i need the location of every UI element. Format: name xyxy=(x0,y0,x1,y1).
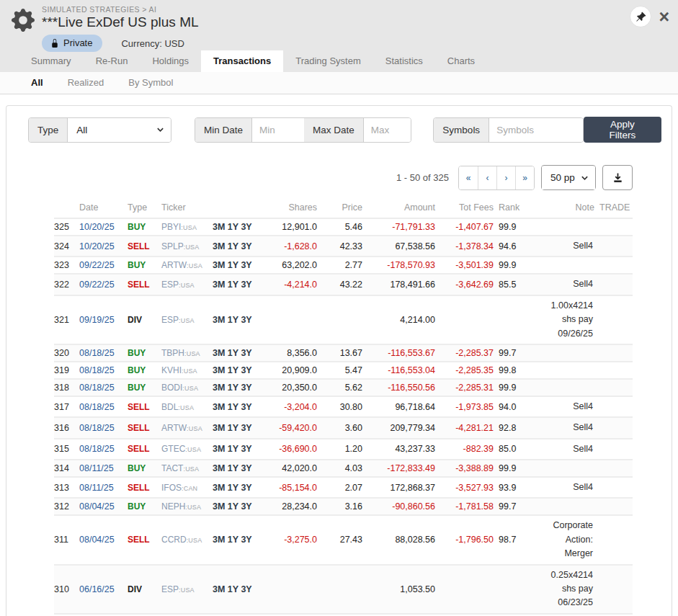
period-link-3m[interactable]: 3M xyxy=(213,260,225,270)
period-link-1y[interactable]: 1Y xyxy=(228,423,238,433)
period-link-3m[interactable]: 3M xyxy=(213,423,225,433)
period-link-1y[interactable]: 1Y xyxy=(228,383,238,393)
tab-re-run[interactable]: Re-Run xyxy=(84,50,140,72)
period-link-3m[interactable]: 3M xyxy=(213,365,225,375)
period-link-3m[interactable]: 3M xyxy=(213,483,225,493)
transaction-date-link[interactable]: 08/18/25 xyxy=(79,444,122,454)
period-link-1y[interactable]: 1Y xyxy=(228,483,238,493)
period-link-3m[interactable]: 3M xyxy=(213,241,225,251)
pin-button[interactable] xyxy=(630,6,651,27)
period-link-3y[interactable]: 3Y xyxy=(241,535,251,545)
period-link-1y[interactable]: 1Y xyxy=(228,260,238,270)
period-link-1y[interactable]: 1Y xyxy=(228,501,238,512)
period-link-3y[interactable]: 3Y xyxy=(241,402,251,412)
period-link-3y[interactable]: 3Y xyxy=(241,463,251,473)
fees-value: -2,285.31 xyxy=(440,383,494,393)
symbols-input[interactable] xyxy=(489,118,583,142)
subtab-all[interactable]: All xyxy=(19,72,55,94)
download-button[interactable] xyxy=(602,165,633,190)
tab-transactions[interactable]: Transactions xyxy=(201,50,283,72)
trade-cell xyxy=(599,540,633,540)
period-link-3m[interactable]: 3M xyxy=(213,463,225,473)
transaction-date-link[interactable]: 08/18/25 xyxy=(79,348,122,358)
period-link-3m[interactable]: 3M xyxy=(213,535,225,545)
period-link-3m[interactable]: 3M xyxy=(213,584,225,594)
apply-filters-button[interactable]: Apply Filters xyxy=(584,117,661,143)
period-link-1y[interactable]: 1Y xyxy=(228,402,238,412)
per-page-select[interactable]: 50 pp xyxy=(542,166,595,189)
period-link-3y[interactable]: 3Y xyxy=(241,280,251,290)
period-link-3y[interactable]: 3Y xyxy=(241,501,251,512)
period-link-1y[interactable]: 1Y xyxy=(228,584,238,594)
pin-icon xyxy=(635,12,646,22)
period-link-3m[interactable]: 3M xyxy=(213,383,225,393)
transaction-date-link[interactable]: 10/20/25 xyxy=(79,222,122,232)
period-link-3m[interactable]: 3M xyxy=(213,501,225,512)
first-page-button[interactable]: « xyxy=(459,166,478,189)
next-page-button[interactable]: › xyxy=(496,166,515,189)
transaction-date-link[interactable]: 08/04/25 xyxy=(79,535,122,545)
period-link-3m[interactable]: 3M xyxy=(213,315,225,325)
transaction-date-link[interactable]: 08/18/25 xyxy=(79,423,122,433)
period-link-1y[interactable]: 1Y xyxy=(228,348,238,358)
close-icon[interactable]: × xyxy=(659,7,669,26)
max-date-input[interactable] xyxy=(364,118,411,142)
period-link-3y[interactable]: 3Y xyxy=(241,365,251,375)
subtab-by-symbol[interactable]: By Symbol xyxy=(116,72,185,94)
tab-summary[interactable]: Summary xyxy=(19,50,84,72)
type-select[interactable]: All xyxy=(68,118,171,142)
last-page-button[interactable]: » xyxy=(515,166,534,189)
period-link-1y[interactable]: 1Y xyxy=(228,365,238,375)
transaction-date-link[interactable]: 06/16/25 xyxy=(79,584,122,594)
period-link-3y[interactable]: 3Y xyxy=(241,383,251,393)
transaction-row: 323 09/22/25 BUY ARTW:USA 3M 1Y 3Y 63,20… xyxy=(54,257,633,274)
period-link-3y[interactable]: 3Y xyxy=(241,423,251,433)
period-link-1y[interactable]: 1Y xyxy=(228,280,238,290)
transaction-date-link[interactable]: 09/22/25 xyxy=(79,260,122,270)
transaction-date-link[interactable]: 10/20/25 xyxy=(79,241,122,251)
fees-value: -1,796.50 xyxy=(440,535,494,545)
transaction-date-link[interactable]: 08/11/25 xyxy=(79,463,122,473)
period-link-3m[interactable]: 3M xyxy=(213,348,225,358)
period-link-3y[interactable]: 3Y xyxy=(241,444,251,454)
period-link-1y[interactable]: 1Y xyxy=(228,241,238,251)
transaction-date-link[interactable]: 08/18/25 xyxy=(79,402,122,412)
period-link-3m[interactable]: 3M xyxy=(213,444,225,454)
period-link-3y[interactable]: 3Y xyxy=(241,222,251,232)
period-link-3y[interactable]: 3Y xyxy=(241,483,251,493)
period-link-3y[interactable]: 3Y xyxy=(241,584,251,594)
period-link-1y[interactable]: 1Y xyxy=(228,535,238,545)
period-link-3m[interactable]: 3M xyxy=(213,280,225,290)
tab-trading-system[interactable]: Trading System xyxy=(283,50,373,72)
trade-cell xyxy=(599,468,633,469)
period-link-1y[interactable]: 1Y xyxy=(228,315,238,325)
period-link-3y[interactable]: 3Y xyxy=(241,241,251,251)
period-link-3m[interactable]: 3M xyxy=(213,222,225,232)
transaction-date-link[interactable]: 08/04/25 xyxy=(79,501,122,512)
transaction-date-link[interactable]: 09/22/25 xyxy=(79,280,122,290)
period-link-3m[interactable]: 3M xyxy=(213,402,225,412)
period-link-3y[interactable]: 3Y xyxy=(241,348,251,358)
ticker-exchange: :USA xyxy=(185,446,201,453)
tab-charts[interactable]: Charts xyxy=(435,50,487,72)
period-links: 3M 1Y 3Y xyxy=(213,423,259,433)
period-link-3y[interactable]: 3Y xyxy=(241,315,251,325)
min-date-input[interactable] xyxy=(252,118,304,142)
transaction-type: BUY xyxy=(128,383,156,393)
period-link-1y[interactable]: 1Y xyxy=(228,444,238,454)
prev-page-button[interactable]: ‹ xyxy=(478,166,496,189)
rank-value: 99.9 xyxy=(499,383,530,393)
transaction-date-link[interactable]: 08/18/25 xyxy=(79,365,122,375)
period-link-1y[interactable]: 1Y xyxy=(228,463,238,473)
tab-statistics[interactable]: Statistics xyxy=(373,50,435,72)
transaction-date-link[interactable]: 08/18/25 xyxy=(79,383,122,393)
subtab-realized[interactable]: Realized xyxy=(55,72,117,94)
amount-value: 67,538.56 xyxy=(367,241,435,251)
rank-value: 85.5 xyxy=(499,280,530,290)
period-link-1y[interactable]: 1Y xyxy=(228,222,238,232)
transaction-date-link[interactable]: 09/19/25 xyxy=(79,315,122,325)
shares-value: 63,202.0 xyxy=(264,260,317,270)
transaction-date-link[interactable]: 08/11/25 xyxy=(79,483,122,493)
tab-holdings[interactable]: Holdings xyxy=(140,50,201,72)
period-link-3y[interactable]: 3Y xyxy=(241,260,251,270)
